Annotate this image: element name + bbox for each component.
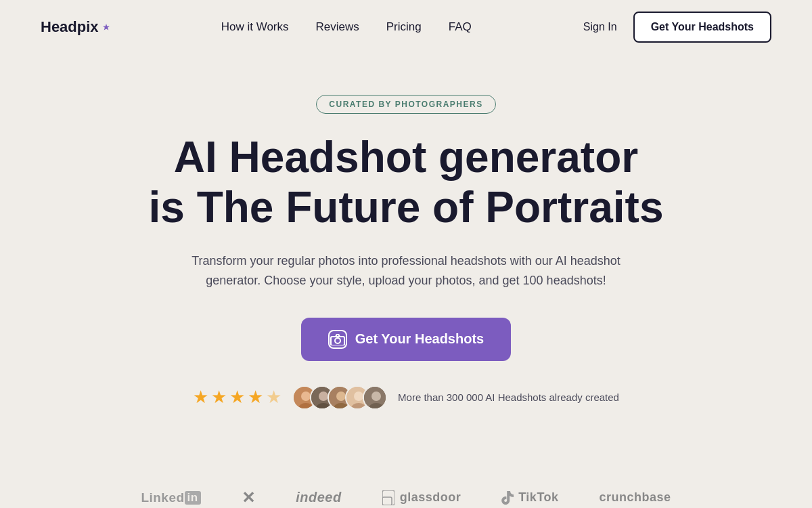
glassdoor-icon — [382, 490, 394, 505]
nav-links: How it Works Reviews Pricing FAQ — [221, 20, 472, 34]
hero-cta-button[interactable]: Get Your Headshots — [301, 318, 511, 361]
nav-actions: Sign In Get Your Headshots — [583, 12, 771, 43]
hero-cta-label: Get Your Headshots — [355, 331, 484, 347]
logo[interactable]: Headpix — [41, 18, 110, 36]
hero-section: CURATED BY PHOTOGRAPHERS AI Headshot gen… — [0, 54, 812, 475]
nav-faq[interactable]: FAQ — [449, 20, 472, 34]
tiktok-icon — [501, 491, 514, 505]
star-2: ★ — [211, 387, 227, 408]
brand-twitter: ✕ — [242, 488, 256, 507]
nav-how-it-works[interactable]: How it Works — [221, 20, 289, 34]
camera-icon — [328, 330, 347, 349]
svg-rect-19 — [382, 497, 392, 505]
brand-glassdoor: glassdoor — [382, 490, 461, 505]
social-proof: ★ ★ ★ ★ ★ — [193, 385, 619, 410]
nav-pricing[interactable]: Pricing — [386, 20, 422, 34]
hero-subtitle: Transform your regular photos into profe… — [189, 251, 623, 291]
crunchbase-text: crunchbase — [600, 490, 671, 505]
tiktok-text: TikTok — [518, 490, 558, 505]
star-5: ★ — [266, 387, 281, 408]
brand-crunchbase: crunchbase — [600, 490, 671, 505]
star-4: ★ — [248, 387, 263, 408]
hero-title-line1: AI Headshot generator — [174, 133, 638, 182]
nav-cta-button[interactable]: Get Your Headshots — [633, 12, 771, 43]
indeed-text: indeed — [296, 490, 341, 505]
avatar-5 — [363, 385, 387, 410]
brand-indeed: indeed — [296, 490, 341, 505]
svg-point-13 — [354, 391, 363, 401]
svg-point-16 — [371, 391, 381, 401]
star-1: ★ — [193, 387, 208, 408]
brand-tiktok: TikTok — [501, 490, 558, 505]
navbar: Headpix How it Works Reviews Pricing FAQ… — [0, 0, 812, 54]
hero-badge: CURATED BY PHOTOGRAPHERS — [316, 95, 495, 114]
sign-in-button[interactable]: Sign In — [583, 21, 617, 33]
glassdoor-text: glassdoor — [400, 490, 461, 505]
star-rating: ★ ★ ★ ★ ★ — [193, 387, 281, 408]
brand-linkedin: Linkedin — [141, 490, 200, 505]
svg-point-4 — [301, 391, 311, 401]
star-3: ★ — [229, 387, 245, 408]
logo-star-icon — [103, 24, 110, 30]
logo-text: Headpix — [41, 18, 99, 36]
hero-title: AI Headshot generator is The Future of P… — [149, 133, 664, 232]
twitter-x-icon: ✕ — [242, 488, 256, 507]
svg-rect-18 — [382, 490, 394, 505]
hero-title-line2: is The Future of Portraits — [149, 183, 664, 232]
avatar-group — [292, 385, 387, 410]
brand-logos: Linkedin ✕ indeed glassdoor TikTok crunc… — [0, 475, 812, 508]
svg-point-2 — [335, 338, 340, 343]
nav-reviews[interactable]: Reviews — [316, 20, 359, 34]
svg-point-10 — [336, 391, 346, 401]
svg-marker-0 — [103, 24, 110, 30]
linkedin-logo: Linkedin — [141, 490, 200, 505]
social-proof-text: More than 300 000 AI Headshots already c… — [398, 391, 619, 403]
svg-point-7 — [319, 391, 328, 401]
camera-svg — [330, 333, 345, 345]
avatar-person-5 — [364, 387, 387, 410]
